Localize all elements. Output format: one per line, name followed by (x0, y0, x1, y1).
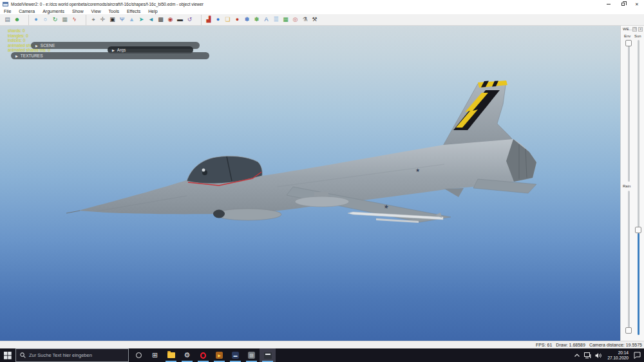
tray-time: 20:14 (607, 350, 629, 356)
env-slider-label: Env (624, 34, 630, 38)
rgb-icon[interactable]: ◉ (166, 15, 175, 25)
tool-icon[interactable]: ⚒ (310, 15, 319, 25)
action-center-button[interactable] (633, 351, 641, 360)
rain-slider-thumb[interactable] (625, 327, 632, 334)
file-explorer-button[interactable] (163, 348, 179, 362)
tray-chevron-button[interactable] (573, 351, 581, 360)
chart-icon[interactable]: ▟ (201, 15, 213, 25)
rain-slider-track[interactable] (628, 191, 630, 334)
circle-icon[interactable]: ○ (41, 15, 50, 25)
env-slider-track[interactable] (628, 40, 630, 182)
snapshot-icon[interactable]: ☻ (12, 15, 22, 25)
tray-clock[interactable]: 20:14 27.10.2020 (607, 350, 629, 360)
settings-button[interactable]: ⚙ (179, 348, 195, 362)
undock-panel-button[interactable]: ❐ (632, 27, 637, 32)
menu-item[interactable]: File (0, 8, 15, 14)
reload-icon[interactable]: ↻ (50, 15, 60, 25)
textures-panel-header[interactable]: ▶ TEXTURES (11, 52, 209, 59)
menu-item[interactable]: Show (68, 8, 88, 14)
label-icon[interactable]: A (261, 15, 271, 25)
flower-blue-icon[interactable]: ✽ (242, 15, 252, 25)
app-icon (3, 2, 8, 6)
toolbar-icon: ✛ (100, 17, 106, 23)
close-button[interactable]: ✕ (630, 0, 644, 8)
minimize-icon (607, 4, 611, 5)
animation-icon[interactable]: ϟ (70, 15, 79, 25)
taskbar-apps: ⊞ ⚙ ▶ ▬ (131, 348, 276, 362)
toolbar-icon: ▦ (283, 17, 289, 23)
blue-app-button[interactable]: ▬ (227, 348, 243, 362)
toolbar-icon: ϟ (73, 17, 76, 23)
rotate-icon[interactable]: ↺ (185, 15, 194, 25)
modelviewer-window: ModelViewer2: 0 - e:/dcs world openbeta/… (0, 0, 644, 362)
menu-item[interactable]: Camera (15, 8, 39, 14)
menu-item[interactable]: View (88, 8, 105, 14)
toolbar-icon: ○ (44, 17, 47, 23)
image-app-button[interactable]: ▨ (243, 348, 260, 362)
toolbar-icon: ▲ (129, 17, 135, 23)
network-button[interactable] (583, 351, 592, 360)
fps-value: FPS: 61 (536, 343, 552, 347)
monitor-icon[interactable]: ▬ (175, 15, 185, 25)
texture-icon[interactable]: ▣ (108, 15, 117, 25)
minimize-button[interactable] (601, 0, 616, 8)
start-button[interactable] (0, 348, 15, 362)
toolbar-icon: ☰ (273, 17, 278, 23)
toolbar-icon: ⚒ (312, 17, 317, 23)
taskbar-search-input[interactable]: Zur Suche Text hier eingeben (15, 348, 129, 362)
arrow-left-icon[interactable]: ◄ (146, 15, 156, 25)
dot-icon[interactable]: ● (213, 15, 223, 25)
env-slider-thumb[interactable] (625, 40, 632, 46)
background-icon[interactable]: ▦ (60, 15, 70, 25)
menu-item[interactable]: Arguments (39, 8, 68, 14)
sphere-red-icon[interactable]: ● (232, 15, 242, 25)
toolbar-icon: ❏ (225, 17, 230, 23)
sun-slider-thumb[interactable] (635, 227, 641, 233)
toolbar-icon: ▟ (207, 17, 211, 23)
grid-icon[interactable]: ▦ (281, 15, 290, 25)
toolbar-icon: ☻ (14, 17, 20, 23)
toolbar-icon: ⌖ (91, 17, 95, 23)
close-panel-button[interactable]: ✕ (638, 27, 643, 32)
modelviewer-button[interactable] (260, 348, 276, 362)
sphere-icon[interactable]: ● (28, 15, 41, 25)
menu-item[interactable]: Effects (123, 8, 144, 14)
media-app-button[interactable]: ▶ (211, 348, 227, 362)
camera-distance-value: Camera distance: 19.5575 (589, 343, 642, 347)
folder-icon[interactable]: ❏ (223, 15, 232, 25)
noise-icon[interactable]: ▩ (156, 15, 166, 25)
menu-item[interactable]: Help (144, 8, 161, 14)
toolbar-icon: ● (216, 17, 220, 23)
svg-text:★: ★ (415, 167, 420, 173)
arrow-right-icon[interactable]: ➤ (137, 15, 146, 25)
cone-icon[interactable]: ▲ (127, 15, 137, 25)
expand-arrow-icon: ▶ (112, 48, 115, 52)
open-model-icon[interactable]: ▤ (3, 15, 12, 25)
flower-green-icon[interactable]: ✽ (252, 15, 261, 25)
scene-panel-label: SCENE (41, 43, 55, 48)
f16-model: ★ ★ (0, 26, 620, 341)
viewport-3d[interactable]: shards: 0triangles: 0indices: 0animated … (0, 26, 620, 341)
volume-button[interactable] (594, 351, 603, 360)
toolbar-icon: ▦ (62, 17, 68, 23)
taskbar-app-icon: ⊞ (152, 351, 158, 359)
toolbar-icon: ◎ (293, 17, 298, 23)
crosshair-icon[interactable]: ✛ (98, 15, 108, 25)
filter-icon[interactable]: Ψ (117, 15, 127, 25)
flask-icon[interactable]: ⚗ (300, 15, 310, 25)
record-icon[interactable]: ◎ (290, 15, 300, 25)
menu-item[interactable]: Tools (105, 8, 123, 14)
toolbar-icon: ◄ (148, 17, 154, 23)
cortana-button[interactable] (131, 348, 147, 362)
toolbar: ▤ ☻ ● ○ ↻ ▦ ϟ (0, 14, 644, 26)
toolbar-icon: ⚗ (302, 17, 307, 23)
expand-arrow-icon: ▶ (35, 44, 38, 48)
restore-button[interactable] (616, 0, 630, 8)
camera-icon[interactable]: ⌖ (86, 15, 98, 25)
list-icon[interactable]: ☰ (271, 15, 281, 25)
toolbar-icon: ✽ (245, 17, 250, 23)
opera-button[interactable] (195, 348, 211, 362)
task-view-button[interactable]: ⊞ (147, 348, 163, 362)
expand-arrow-icon: ▶ (15, 54, 18, 58)
toolbar-icon: ▩ (158, 17, 164, 23)
